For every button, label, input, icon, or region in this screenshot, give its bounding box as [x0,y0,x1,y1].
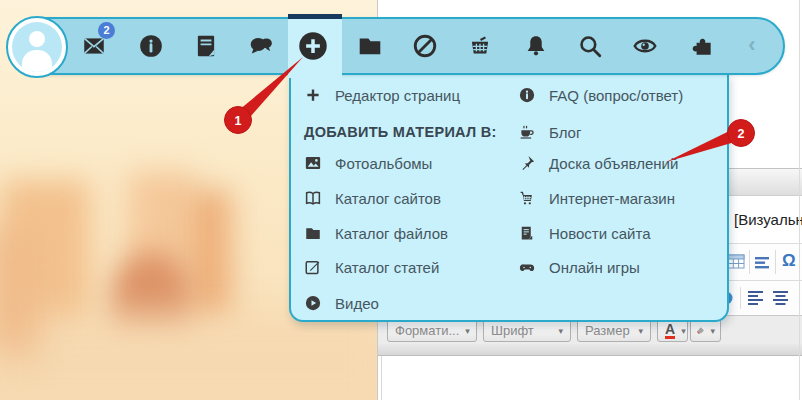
articles-catalog-icon [304,258,322,276]
photos-icon [304,154,322,172]
news-icon [518,224,536,242]
eraser-icon [696,324,704,337]
menu-item-faq[interactable]: FAQ (вопрос/ответ) [518,78,683,112]
menu-item-news[interactable]: Новости сайта [518,216,651,250]
admin-toolbar [8,17,785,75]
puzzle-icon[interactable] [689,33,715,59]
person-icon [29,31,45,47]
faq-icon [518,86,536,104]
pin-icon [518,154,536,172]
basket-icon[interactable] [467,33,493,59]
add-material-dropdown: Редактор страниц ДОБАВИТЬ МАТЕРИАЛ В: Фо… [289,73,729,322]
screenshot-root: [Визуальн Ω [0,0,802,400]
menu-item-article-catalog[interactable]: Каталог статей [304,250,439,284]
size-select[interactable]: Размер▾ [577,319,651,342]
info-icon[interactable] [138,33,164,59]
caret-down-icon: ▾ [681,326,686,336]
unread-mail-badge: 2 [98,22,115,39]
eye-icon[interactable] [632,33,658,59]
editor-toolbar-bottom [378,344,802,356]
files-catalog-icon [304,224,322,242]
menu-item-photo-albums[interactable]: Фотоальбомы [304,146,432,180]
block-icon[interactable] [412,33,438,59]
folder-icon[interactable] [357,33,383,59]
add-icon[interactable] [298,31,328,61]
menu-item-board[interactable]: Доска объявлений [518,146,678,180]
format-select[interactable]: Формати...▾ [387,319,477,342]
table-icon[interactable] [727,253,745,271]
font-select[interactable]: Шрифт▾ [483,319,571,342]
chat-icon[interactable] [248,33,274,59]
align-center-icon[interactable] [772,290,789,307]
horizontal-rule-icon[interactable] [754,254,770,270]
menu-item-page-editor[interactable]: Редактор страниц [304,78,460,112]
avatar[interactable] [6,16,68,78]
menu-item-blog[interactable]: Блог [518,115,581,149]
video-icon [304,294,322,312]
highlight-color-button[interactable]: ▾ [690,319,721,342]
shop-icon [518,189,536,207]
bell-icon[interactable] [523,33,549,59]
font-color-button[interactable]: A▾ [657,319,688,342]
panel-right-border [799,0,800,400]
editor-content-area[interactable] [381,356,802,400]
caret-down-icon: ▾ [710,326,715,336]
games-icon [518,258,536,276]
sites-catalog-icon [304,189,322,207]
blog-icon [518,123,536,141]
special-char-icon[interactable]: Ω [782,251,796,271]
caret-down-icon: ▾ [638,326,643,336]
menu-item-games[interactable]: Онлайн игры [518,250,640,284]
collapse-toolbar-button[interactable]: ‹ [743,31,761,59]
menu-item-video[interactable]: Видео [304,286,379,320]
caret-down-icon: ▾ [465,326,470,336]
menu-item-shop[interactable]: Интернет-магазин [518,181,675,215]
section-header: ДОБАВИТЬ МАТЕРИАЛ В: [304,115,497,149]
pages-icon[interactable] [193,33,219,59]
align-left-icon[interactable] [747,290,764,307]
menu-item-site-catalog[interactable]: Каталог сайтов [304,181,441,215]
visual-editor-label[interactable]: [Визуальн [734,211,802,228]
search-icon[interactable] [577,33,603,59]
caret-down-icon: ▾ [558,326,563,336]
menu-item-file-catalog[interactable]: Каталог файлов [304,216,448,250]
plus-icon [304,86,322,104]
